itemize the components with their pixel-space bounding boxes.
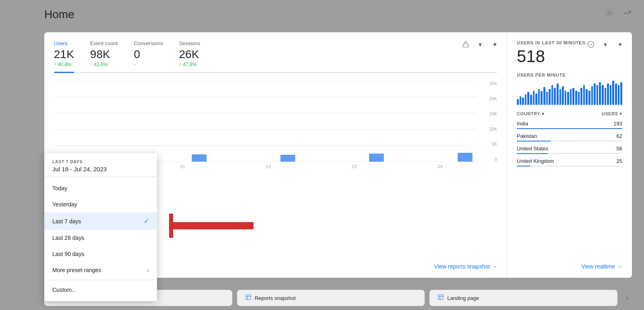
mini-bar <box>520 96 522 105</box>
country-users: 193 <box>613 121 622 127</box>
svg-line-3 <box>607 10 607 10</box>
mini-bar <box>557 83 559 105</box>
view-realtime-link[interactable]: View realtime → <box>581 263 622 270</box>
country-row: Pakistan 62 <box>517 133 622 141</box>
tab-users[interactable]: Users 21K ↑ 40.8% <box>54 40 74 72</box>
dropdown-header-label: LAST 7 DAYS <box>52 160 149 164</box>
mini-bar <box>565 91 567 105</box>
view-reports-snapshot-link[interactable]: View reports snapshot → <box>434 263 497 270</box>
svg-rect-19 <box>281 155 295 162</box>
y-label-10k: 10K <box>489 127 497 131</box>
sessions-change: ↑ 47.8% <box>179 62 200 67</box>
mini-bar <box>570 89 572 105</box>
dropdown-header: LAST 7 DAYS Jul 18 - Jul 24, 2023 <box>44 153 157 177</box>
alert-icon[interactable] <box>460 39 471 50</box>
country-users: 62 <box>617 133 622 139</box>
country-bar-fill <box>517 166 530 166</box>
dropdown-item-last7[interactable]: Last 7 days ✓ <box>44 212 157 230</box>
mini-bar <box>610 85 612 105</box>
x-label-22: 22 <box>266 164 271 169</box>
svg-line-7 <box>607 15 607 16</box>
mini-bar <box>591 86 593 105</box>
dropdown-item-custom[interactable]: Custom... <box>44 282 157 298</box>
alert-dropdown-icon[interactable]: ▾ <box>475 39 486 50</box>
event-count-change: ↑ 43.6% <box>90 62 118 67</box>
users-col-header[interactable]: USERS ▾ <box>602 111 622 117</box>
realtime-sparkle-icon[interactable]: ✦ <box>614 39 625 50</box>
y-label-20k: 20K <box>489 96 497 101</box>
metric-tabs: Users 21K ↑ 40.8% Event count 98K ↑ 43.6… <box>54 40 497 73</box>
tab-event-count[interactable]: Event count 98K ↑ 43.6% <box>90 40 118 72</box>
mini-bar <box>618 85 620 105</box>
mini-bar <box>612 81 614 105</box>
mini-bar <box>517 99 519 105</box>
mini-bar <box>594 83 596 105</box>
conversions-label: Conversions <box>134 40 163 46</box>
country-bar-bg <box>517 141 622 141</box>
lightbulb-icon[interactable] <box>605 8 614 18</box>
svg-point-0 <box>608 11 611 14</box>
tab-conversions[interactable]: Conversions 0 - <box>134 40 163 72</box>
country-bar-bg <box>517 128 622 129</box>
mini-bar <box>572 88 574 105</box>
bottom-tab-reports[interactable]: Reports snapshot <box>237 290 425 306</box>
chevron-right-icon: › <box>147 267 149 273</box>
scroll-right-icon[interactable]: › <box>622 290 632 306</box>
conversions-change: - <box>134 62 163 67</box>
realtime-dropdown-icon[interactable]: ▾ <box>600 39 611 50</box>
country-users: 56 <box>617 146 622 152</box>
reports-icon <box>245 294 252 302</box>
y-label-0: 0 <box>495 157 497 162</box>
svg-line-8 <box>612 10 612 10</box>
country-users: 25 <box>617 158 622 164</box>
country-bar-fill <box>517 141 551 141</box>
trending-icon[interactable] <box>622 8 632 18</box>
mini-bar <box>586 89 588 105</box>
mini-bar <box>549 89 551 105</box>
mini-bar <box>538 89 540 105</box>
country-name: United States <box>517 146 548 152</box>
dropdown-item-today[interactable]: Today <box>44 180 157 196</box>
mini-bar <box>620 82 622 105</box>
mini-bar <box>554 88 556 105</box>
dropdown-item-more-preset[interactable]: More preset ranges › <box>44 262 157 278</box>
mini-bar-chart <box>517 81 622 105</box>
tab-sessions[interactable]: Sessions 26K ↑ 47.8% <box>179 40 200 72</box>
mini-bar <box>527 92 529 105</box>
mini-bar <box>541 91 543 105</box>
bottom-tab-landing[interactable]: Landing page <box>429 290 617 306</box>
svg-rect-20 <box>369 154 384 162</box>
page-title: Home <box>44 8 74 21</box>
y-label-25k: 25K <box>489 81 497 86</box>
dropdown-item-last90[interactable]: Last 90 days <box>44 246 157 262</box>
event-count-label: Event count <box>90 40 118 46</box>
y-label-5k: 5K <box>492 141 497 146</box>
country-row: United States 56 <box>517 146 622 154</box>
x-label-21: 21 <box>180 164 185 169</box>
mini-bar <box>530 95 532 105</box>
y-label-15k: 15K <box>489 111 497 116</box>
mini-bar <box>546 92 548 105</box>
mini-bar <box>602 85 604 105</box>
country-table: COUNTRY ▾ USERS ▾ India 193 Pakistan 62 … <box>517 111 622 166</box>
sparkle-icon[interactable]: ✦ <box>489 39 500 50</box>
event-count-value: 98K <box>90 48 118 61</box>
svg-line-4 <box>612 15 612 16</box>
mini-bar <box>559 89 561 105</box>
country-row: United Kingdom 25 <box>517 158 622 166</box>
dropdown-item-yesterday[interactable]: Yesterday <box>44 196 157 212</box>
mini-bar <box>583 85 585 105</box>
users-value: 21K <box>54 48 74 61</box>
page-wrapper: Home <box>0 0 644 310</box>
country-col-header[interactable]: COUNTRY ▾ <box>517 111 544 117</box>
users-change: ↑ 40.8% <box>54 62 74 67</box>
x-label-24: 24 <box>438 164 442 169</box>
check-icon: ✓ <box>144 217 149 225</box>
dropdown-item-last28[interactable]: Last 28 days <box>44 230 157 246</box>
mini-bar <box>535 94 537 105</box>
mini-bar <box>567 92 569 105</box>
mini-bar <box>607 83 609 105</box>
right-panel: USERS IN LAST 30 MINUTES 518 ▾ ✦ USERS P… <box>507 32 632 278</box>
y-axis: 25K 20K 15K 10K 5K 0 <box>483 81 497 162</box>
check-circle-icon[interactable] <box>585 39 597 50</box>
